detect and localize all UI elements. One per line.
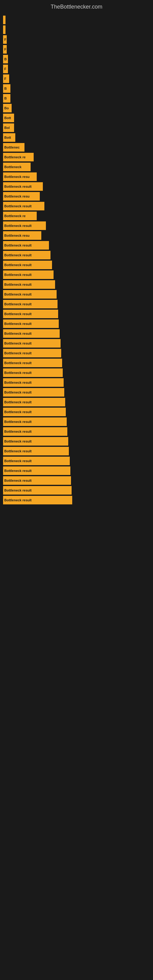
bar-item: Bottleneck result — [3, 320, 59, 328]
bar-row: Bottleneck resu — [3, 192, 153, 200]
bar-row: Bottleneck re — [3, 153, 153, 161]
bar-row: F — [3, 65, 153, 73]
bar-row: Bottleneck result — [3, 320, 153, 328]
bar-item: Bottleneck result — [3, 182, 43, 191]
bar-item: Bott — [3, 133, 15, 142]
bar-item: Bottleneck result — [3, 290, 57, 299]
bar-row: B — [3, 94, 153, 103]
bar-item: Bottleneck result — [3, 447, 69, 455]
bar-row: Bottleneck result — [3, 310, 153, 318]
bar-row: Bottleneck result — [3, 398, 153, 406]
bar-item: F — [3, 35, 7, 44]
bar-item: Bottleneck result — [3, 388, 64, 396]
bar-row: F — [3, 75, 153, 83]
bar-item: Bottleneck re — [3, 212, 37, 220]
bar-row: Bottleneck result — [3, 241, 153, 250]
bar-item: Bottleneck result — [3, 310, 58, 318]
bar-item: Bottleneck result — [3, 270, 54, 279]
bar-item: B — [3, 55, 8, 64]
bar-row: Bottleneck result — [3, 427, 153, 436]
bar-row: Bott — [3, 133, 153, 142]
bar-row — [3, 25, 153, 34]
bar-item: F — [3, 45, 7, 54]
bar-item: Bo — [3, 104, 12, 112]
bar-row: Bottleneck result — [3, 447, 153, 455]
bar-row: Bottleneck result — [3, 182, 153, 191]
bar-item: B — [3, 94, 10, 103]
bar-item: Bottleneck result — [3, 329, 60, 338]
bar-row: Bottleneck result — [3, 251, 153, 259]
bar-row: Bottleneck result — [3, 359, 153, 367]
bar-item — [3, 25, 5, 34]
bar-item: Bott — [3, 114, 14, 122]
bar-row: Bottleneck — [3, 162, 153, 171]
bar-item: Bottleneck re — [3, 153, 33, 161]
bar-row: Bottleneck result — [3, 300, 153, 309]
bar-row: Bottleneck result — [3, 476, 153, 485]
bar-row: B — [3, 84, 153, 93]
bar-row: Bo — [3, 104, 153, 112]
bar-item — [3, 16, 5, 24]
bar-row: Bottleneck result — [3, 368, 153, 377]
bar-item: Bol — [3, 123, 14, 132]
bar-row: Bott — [3, 114, 153, 122]
bar-item: F — [3, 75, 9, 83]
bar-item: Bottleneck result — [3, 261, 52, 269]
bar-row: Bottleneck result — [3, 339, 153, 348]
bar-row: Bottleneck resu — [3, 172, 153, 181]
bar-item: Bottleneck result — [3, 251, 51, 259]
bar-row: Bottleneck result — [3, 486, 153, 495]
bar-item: B — [3, 84, 10, 93]
bar-row: Bottleneck result — [3, 457, 153, 465]
bar-item: F — [3, 65, 8, 73]
bar-item: Bottleneck result — [3, 368, 63, 377]
bar-item: Bottleneck resu — [3, 192, 40, 200]
bar-item: Bottleneck resu — [3, 172, 37, 181]
bar-row: Bottleneck result — [3, 329, 153, 338]
bar-row: Bottleneck result — [3, 221, 153, 230]
bar-row — [3, 16, 153, 24]
bar-row: Bottleneck result — [3, 417, 153, 426]
bar-row: Bottleneck result — [3, 202, 153, 210]
site-title: TheBottlenecker.com — [0, 0, 153, 13]
bar-item: Bottleneck result — [3, 407, 66, 416]
bar-item: Bottleneck result — [3, 486, 72, 495]
bar-row: Bottleneck result — [3, 496, 153, 504]
bar-item: Bottleneck result — [3, 221, 46, 230]
bar-row: Bottleneck re — [3, 212, 153, 220]
bar-item: Bottleneck result — [3, 457, 70, 465]
bar-item: Bottleneck result — [3, 437, 68, 445]
bar-row: Bol — [3, 123, 153, 132]
bar-row: B — [3, 55, 153, 64]
bars-container: FFBFFBBBoBottBolBottBottlenecBottleneck … — [0, 13, 153, 506]
bar-item: Bottleneck result — [3, 241, 49, 250]
bar-item: Bottleneck result — [3, 280, 55, 289]
bar-row: F — [3, 45, 153, 54]
bar-row: Bottleneck result — [3, 280, 153, 289]
bar-item: Bottleneck — [3, 162, 30, 171]
bar-row: Bottleneck result — [3, 270, 153, 279]
bar-item: Bottlenec — [3, 143, 24, 151]
bar-item: Bottleneck result — [3, 339, 61, 348]
bar-item: Bottleneck result — [3, 398, 65, 406]
bar-item: Bottleneck result — [3, 378, 64, 387]
bar-row: Bottleneck resu — [3, 231, 153, 240]
bar-row: Bottleneck result — [3, 290, 153, 299]
bar-item: Bottleneck result — [3, 466, 70, 475]
bar-item: Bottleneck result — [3, 417, 67, 426]
bar-item: Bottleneck result — [3, 476, 71, 485]
bar-item: Bottleneck result — [3, 359, 62, 367]
bar-row: Bottleneck result — [3, 349, 153, 357]
bar-item: Bottleneck result — [3, 349, 61, 357]
bar-row: Bottleneck result — [3, 407, 153, 416]
bar-item: Bottleneck result — [3, 202, 45, 210]
bar-row: Bottleneck result — [3, 378, 153, 387]
bar-row: Bottleneck result — [3, 466, 153, 475]
bar-row: Bottlenec — [3, 143, 153, 151]
bar-row: Bottleneck result — [3, 261, 153, 269]
bar-item: Bottleneck resu — [3, 231, 41, 240]
bar-item: Bottleneck result — [3, 496, 72, 504]
bar-row: Bottleneck result — [3, 388, 153, 396]
bar-item: Bottleneck result — [3, 427, 67, 436]
bar-row: F — [3, 35, 153, 44]
